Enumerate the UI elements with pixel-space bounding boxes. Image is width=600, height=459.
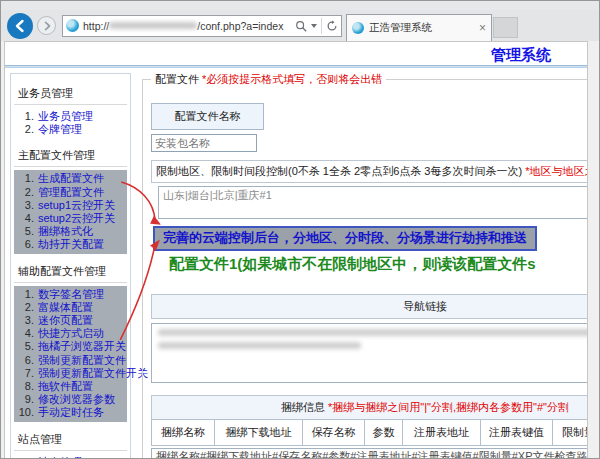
- sidebar-section-title: 主配置文件管理: [14, 142, 127, 167]
- sidebar-item-link[interactable]: 拖橘子浏览器开关: [38, 340, 126, 353]
- sidebar-list-item: 管理配置文件: [14, 186, 125, 199]
- sidebar-list-item: 手动定时任务: [14, 406, 125, 419]
- bundle-value-line: 捆绑名称#捆绑下载地址#保存名称#参数#注册表地址#注册表键值#限制量#XP文件…: [156, 450, 588, 458]
- sidebar-list-item: 捆绑格式化: [14, 225, 125, 238]
- bundle-column-header: 注册表地址: [403, 419, 481, 446]
- site-favicon: [66, 19, 79, 32]
- sidebar-list-item: 劫持开关配置: [14, 238, 125, 251]
- forward-arrow-icon: [42, 21, 52, 31]
- sidebar-item-link[interactable]: 令牌管理: [38, 123, 82, 136]
- bundle-column-header: 捆绑下载地址: [215, 419, 303, 446]
- sidebar-item-link[interactable]: 站点管理: [38, 456, 82, 458]
- window-titlebar: [1, 1, 599, 10]
- sidebar-item-link[interactable]: setup2云控开关: [38, 212, 115, 225]
- bundle-column-header: 限制量: [553, 419, 588, 446]
- sidebar-list-item: 站点管理: [14, 456, 125, 458]
- sidebar: 业务员管理业务员管理令牌管理主配置文件管理生成配置文件管理配置文件setup1云…: [10, 73, 131, 458]
- sidebar-section-block: 生成配置文件管理配置文件setup1云控开关setup2云控开关捆绑格式化劫持开…: [14, 170, 127, 253]
- url-suffix: /conf.php?a=index: [197, 20, 283, 32]
- forward-button[interactable]: [37, 16, 56, 35]
- nav-links-textarea[interactable]: [151, 323, 588, 383]
- sidebar-list-item: 拖橘子浏览器开关: [14, 340, 125, 353]
- sidebar-item-link[interactable]: 管理配置文件: [38, 186, 104, 199]
- bundle-header: 捆绑信息: [281, 401, 325, 413]
- sidebar-list-item: 强制更新配置文件开关: [14, 367, 125, 380]
- sidebar-item-link[interactable]: 捆绑格式化: [38, 225, 93, 238]
- sidebar-item-link[interactable]: 业务员管理: [38, 110, 93, 123]
- sidebar-item-link[interactable]: 富媒体配置: [38, 301, 93, 314]
- sidebar-section-block: 数字签名管理富媒体配置迷你页配置快捷方式启动拖橘子浏览器开关强制更新配置文件强制…: [14, 286, 127, 422]
- sidebar-list-item: 生成配置文件: [14, 172, 125, 185]
- restrict-label-row: 限制地区、限制时间段控制(0不杀 1全杀 2零点到6点杀 3每多次时间杀一次) …: [151, 160, 588, 183]
- bundle-column-header: 捆绑名称: [151, 419, 215, 446]
- sidebar-section-title: 辅助配置文件管理: [14, 258, 127, 283]
- refresh-icon[interactable]: [326, 20, 338, 32]
- page-viewport: 管理系统 业务员管理业务员管理令牌管理主配置文件管理生成配置文件管理配置文件se…: [4, 41, 588, 458]
- tab-close-icon[interactable]: ×: [479, 21, 486, 35]
- browser-window: http:// /conf.php?a=index 正浩管理系统 ×: [0, 0, 600, 459]
- restrict-textarea[interactable]: 山东|烟台|北京|重庆#1: [158, 186, 588, 219]
- sidebar-list-item: setup2云控开关: [14, 212, 125, 225]
- sidebar-section-block: 业务员管理令牌管理: [14, 108, 127, 138]
- page-header: 管理系统: [5, 42, 587, 65]
- url-redacted-domain: [109, 22, 197, 29]
- url-prefix: http://: [83, 20, 109, 32]
- sidebar-section-title: 业务员管理: [14, 80, 127, 105]
- sidebar-item-link[interactable]: 生成配置文件: [38, 172, 104, 185]
- bundle-column-header: 参数: [365, 419, 403, 446]
- sidebar-list-item: setup1云控开关: [14, 199, 125, 212]
- browser-tab[interactable]: 正浩管理系统 ×: [346, 14, 492, 41]
- config-name-header: 配置文件名称: [151, 103, 264, 130]
- page-title: 管理系统: [491, 46, 551, 65]
- config-green-note: 配置文件1(如果城市不在限制地区中，则读该配置文件s: [169, 255, 588, 274]
- sidebar-list-item: 数字签名管理: [14, 288, 125, 301]
- sidebar-item-link[interactable]: 数字签名管理: [38, 288, 104, 301]
- cloud-control-callout: 完善的云端控制后台，分地区、分时段、分场景进行劫持和推送: [153, 226, 537, 251]
- redacted-link-line: [158, 342, 361, 349]
- back-arrow-icon: [13, 19, 27, 33]
- sidebar-item-link[interactable]: 快捷方式启动: [38, 327, 104, 340]
- sidebar-list-item: 强制更新配置文件: [14, 354, 125, 367]
- bundle-warning: *捆绑与捆绑之间用"|"分割,捆绑内各参数用"#"分割: [328, 401, 569, 413]
- tab-title: 正浩管理系统: [369, 21, 475, 35]
- sidebar-section-block: 站点管理重定向设置: [14, 454, 127, 458]
- sidebar-item-link[interactable]: 修改浏览器参数: [38, 393, 115, 406]
- main-content: 配置文件 *必须按提示格式填写，否则将会出错 配置文件名称 限制地区、限制时间段…: [131, 68, 588, 458]
- config-name-input[interactable]: [151, 134, 257, 152]
- sidebar-list-item: 令牌管理: [14, 123, 125, 136]
- sidebar-item-link[interactable]: setup1云控开关: [38, 199, 115, 212]
- redacted-link-line: [158, 329, 588, 336]
- sidebar-item-link[interactable]: 拖软件配置: [38, 380, 93, 393]
- restrict-warning: *地区与地区之间用"|"分割,地区与是否启用: [525, 165, 588, 177]
- sidebar-item-link[interactable]: 劫持开关配置: [38, 238, 104, 251]
- sidebar-section-title: 站点管理: [14, 426, 127, 451]
- sidebar-item-link[interactable]: 迷你页配置: [38, 314, 93, 327]
- config-legend-text: 配置文件: [155, 73, 199, 85]
- bundle-header-row: 捆绑信息 *捆绑与捆绑之间用"|"分割,捆绑内各参数用"#"分割: [151, 395, 588, 420]
- nav-links-section: 导航链接: [151, 294, 588, 383]
- bundle-section: 捆绑信息 *捆绑与捆绑之间用"|"分割,捆绑内各参数用"#"分割 捆绑名称捆绑下…: [151, 395, 588, 458]
- address-separator: [321, 18, 322, 34]
- search-icon[interactable]: [295, 20, 307, 32]
- search-dropdown-icon[interactable]: [311, 24, 317, 28]
- bundle-column-header: 保存名称: [303, 419, 365, 446]
- browser-toolbar: http:// /conf.php?a=index 正浩管理系统 ×: [1, 10, 599, 41]
- sidebar-item-link[interactable]: 强制更新配置文件: [38, 354, 126, 367]
- sidebar-list-item: 业务员管理: [14, 110, 125, 123]
- bundle-column-headers: 捆绑名称捆绑下载地址保存名称参数注册表地址注册表键值限制量xp检查路径win7检…: [151, 419, 588, 446]
- sidebar-list-item: 富媒体配置: [14, 301, 125, 314]
- new-tab-button[interactable]: [493, 17, 518, 38]
- restrict-label: 限制地区、限制时间段控制(0不杀 1全杀 2零点到6点杀 3每多次时间杀一次): [156, 165, 522, 177]
- config-fieldset: 配置文件 *必须按提示格式填写，否则将会出错 配置文件名称 限制地区、限制时间段…: [142, 72, 588, 458]
- bundle-textarea[interactable]: 捆绑名称#捆绑下载地址#保存名称#参数#注册表地址#注册表键值#限制量#XP文件…: [151, 448, 588, 458]
- sidebar-list-item: 迷你页配置: [14, 314, 125, 327]
- url-text[interactable]: http:// /conf.php?a=index: [83, 20, 283, 32]
- nav-links-header: 导航链接: [151, 294, 588, 319]
- sidebar-list-item: 快捷方式启动: [14, 327, 125, 340]
- address-bar[interactable]: http:// /conf.php?a=index: [62, 15, 342, 37]
- config-fieldset-legend: 配置文件 *必须按提示格式填写，否则将会出错: [151, 72, 386, 87]
- sidebar-item-link[interactable]: 手动定时任务: [38, 406, 104, 419]
- sidebar-list-item: 修改浏览器参数: [14, 393, 125, 406]
- back-button[interactable]: [7, 13, 33, 39]
- tab-favicon: [352, 22, 364, 34]
